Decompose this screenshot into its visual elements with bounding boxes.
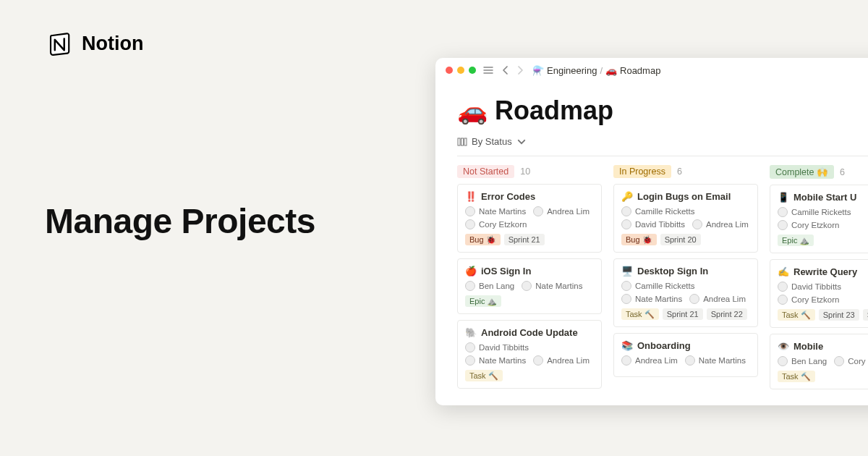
column-header: Not Started10: [457, 165, 602, 178]
board-column: Not Started10‼️Error CodesNate MartinsAn…: [457, 165, 602, 395]
avatar-icon: [621, 294, 631, 304]
board-card[interactable]: ✍️Rewrite QueryDavid TibbittsCory Etzkor…: [770, 259, 868, 328]
tag-list: Task 🔨: [778, 371, 868, 382]
assignee-name: Nate Martins: [635, 295, 682, 303]
assignee-name: Cory Etzkorn: [479, 220, 527, 229]
column-count: 10: [520, 166, 530, 177]
assignee-name: Nate Martins: [699, 356, 746, 365]
avatar-icon: [465, 206, 475, 216]
avatar-icon: [692, 219, 702, 229]
assignee-name: Camille Ricketts: [635, 282, 694, 290]
assignee: Camille Ricketts: [778, 207, 851, 217]
minimize-icon[interactable]: [457, 67, 464, 74]
card-title: 🖥️Desktop Sign In: [621, 266, 750, 276]
assignee-name: David Tibbitts: [635, 220, 685, 229]
back-arrow-icon[interactable]: [501, 65, 511, 75]
assignee-list: David TibbittsCory Etzkorn: [778, 282, 868, 305]
board-card[interactable]: 📚OnboardingAndrea LimNate Martins: [613, 333, 758, 377]
maximize-icon[interactable]: [469, 67, 476, 74]
assignee: Nate Martins: [685, 355, 746, 366]
assignee-list: Nate MartinsAndrea LimCory Etzkorn: [465, 206, 594, 229]
tag: Task 🔨: [778, 309, 815, 321]
status-pill[interactable]: Complete 🙌: [770, 165, 834, 179]
column-count: 6: [840, 167, 845, 177]
tag: Bug 🐞: [621, 234, 657, 245]
window-controls[interactable]: [446, 67, 476, 74]
close-icon[interactable]: [446, 67, 453, 74]
assignee: Nate Martins: [465, 355, 526, 366]
tag: Sprint 21: [663, 308, 703, 320]
tag-list: Task 🔨: [465, 370, 594, 381]
card-title: 👁️Mobile: [778, 341, 868, 352]
board-column: Complete 🙌6📱Mobile Start UCamille Ricket…: [770, 165, 868, 395]
assignee-list: Camille RickettsCory Etzkorn: [778, 207, 868, 230]
brand-name: Notion: [82, 33, 143, 55]
tag-list: Task 🔨Sprint 21Sprint 22: [621, 308, 750, 320]
tag: Sprint 20: [660, 234, 701, 245]
assignee-list: Ben LangCory Etzkorn: [778, 356, 868, 366]
board-card[interactable]: 📱Mobile Start UCamille RickettsCory Etzk…: [770, 185, 868, 253]
tag: Sprint 22: [707, 308, 747, 320]
assignee-name: Andrea Lim: [706, 220, 749, 229]
board-card[interactable]: ‼️Error CodesNate MartinsAndrea LimCory …: [457, 184, 602, 253]
card-title-text: Onboarding: [637, 340, 691, 351]
tag-list: Epic ⛰️: [778, 235, 868, 246]
tag-list: Bug 🐞Sprint 21: [465, 234, 594, 245]
assignee-name: Cory Etzkorn: [848, 357, 868, 366]
breadcrumb-label: Roadmap: [620, 65, 660, 76]
assignee: Nate Martins: [621, 294, 682, 304]
assignee: Andrea Lim: [692, 219, 749, 229]
toolbar: ⚗️ Engineering / 🚗 Roadmap Share: [435, 58, 868, 83]
status-pill[interactable]: In Progress: [613, 165, 671, 178]
board-view-icon: [457, 137, 467, 147]
card-title: 🍎iOS Sign In: [465, 266, 594, 276]
card-title-text: Login Bugs on Email: [637, 191, 731, 202]
assignee-name: Ben Lang: [791, 357, 827, 366]
assignee: Camille Ricketts: [621, 281, 694, 291]
hamburger-menu-icon[interactable]: [483, 65, 493, 75]
breadcrumb-item-roadmap[interactable]: 🚗 Roadmap: [605, 65, 660, 76]
card-emoji-icon: ✍️: [778, 266, 789, 277]
card-title: ✍️Rewrite Query: [778, 266, 868, 277]
tag-list: Task 🔨Sprint 23Sprint: [778, 309, 868, 321]
forward-arrow-icon[interactable]: [515, 65, 525, 75]
assignee: Ben Lang: [465, 281, 514, 291]
status-pill[interactable]: Not Started: [457, 165, 514, 178]
board-card[interactable]: 🐘Android Code UpdateDavid TibbittsNate M…: [457, 320, 602, 389]
breadcrumb-separator: /: [600, 65, 603, 76]
assignee: Cory Etzkorn: [778, 295, 839, 305]
assignee: David Tibbitts: [778, 282, 841, 292]
card-title: ‼️Error Codes: [465, 191, 594, 202]
view-selector[interactable]: By Status: [457, 136, 527, 147]
nav-arrows: [501, 65, 525, 75]
tag: Epic ⛰️: [465, 295, 501, 307]
tag: Sprint 23: [819, 309, 859, 321]
brand: Notion: [47, 30, 143, 56]
avatar-icon: [685, 355, 695, 366]
assignee-name: Cory Etzkorn: [791, 295, 839, 304]
assignee-list: David TibbittsNate MartinsAndrea Lim: [465, 342, 594, 366]
column-header: Complete 🙌6: [770, 165, 868, 179]
board-card[interactable]: 🖥️Desktop Sign InCamille RickettsNate Ma…: [613, 258, 758, 327]
assignee-name: Cory Etzkorn: [791, 221, 839, 229]
board: Not Started10‼️Error CodesNate MartinsAn…: [457, 165, 868, 395]
board-card[interactable]: 👁️MobileBen LangCory EtzkornTask 🔨: [770, 334, 868, 389]
card-emoji-icon: 📚: [621, 340, 633, 351]
card-emoji-icon: 🐘: [465, 327, 477, 338]
board-card[interactable]: 🍎iOS Sign InBen LangNate MartinsEpic ⛰️: [457, 258, 602, 314]
divider: [457, 156, 868, 156]
card-title-text: Android Code Update: [481, 327, 578, 338]
card-title: 🔑Login Bugs on Email: [621, 191, 750, 202]
tag: Task 🔨: [465, 370, 503, 381]
app-window: ⚗️ Engineering / 🚗 Roadmap Share 🚗 Roadm…: [435, 58, 868, 405]
breadcrumb-item-engineering[interactable]: ⚗️ Engineering: [532, 65, 597, 76]
view-label: By Status: [472, 136, 512, 147]
assignee-name: Andrea Lim: [635, 356, 678, 365]
avatar-icon: [621, 219, 631, 229]
board-card[interactable]: 🔑Login Bugs on EmailCamille RickettsDavi…: [613, 184, 758, 253]
assignee-name: Nate Martins: [479, 207, 526, 216]
card-title-text: Mobile Start U: [793, 192, 856, 203]
tag: Task 🔨: [621, 308, 659, 320]
breadcrumb-label: Engineering: [547, 65, 597, 76]
card-title-text: Rewrite Query: [793, 266, 857, 277]
